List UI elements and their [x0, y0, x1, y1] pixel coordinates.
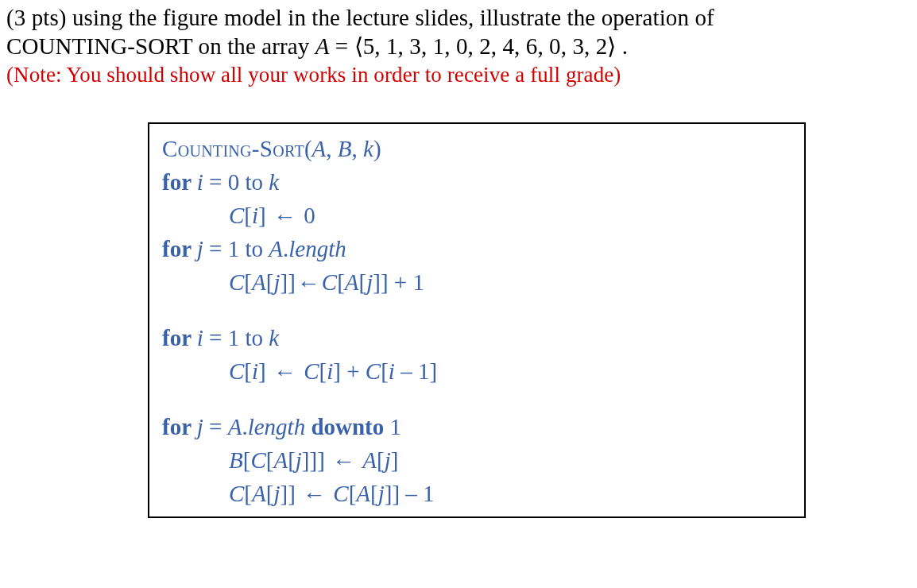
- var-C-6b: C: [304, 358, 319, 384]
- close-9a: ]]: [280, 481, 301, 506]
- var-length-7: length: [248, 414, 306, 439]
- open-4lb: [: [266, 269, 274, 295]
- open-9b: [: [266, 481, 274, 506]
- question-line1: (3 pts) using the figure model in the le…: [6, 5, 714, 30]
- page-root: (3 pts) using the figure model in the le…: [0, 0, 917, 524]
- algo-sep1: ,: [326, 136, 338, 161]
- var-A-9a: A: [252, 481, 266, 506]
- question-line2-prefix: COUNTING-SORT on the array: [6, 33, 315, 59]
- arrow-icon: ←: [272, 199, 298, 233]
- var-j-8b: j: [385, 447, 391, 473]
- var-C-9b: C: [333, 481, 348, 506]
- algo-title-close: ): [373, 136, 381, 161]
- var-j-7: j: [197, 414, 203, 439]
- one-7: 1: [384, 414, 401, 439]
- bracket-open-2: [: [244, 203, 252, 228]
- open-8d: [: [377, 447, 385, 473]
- text-eq1to: = 1 to: [203, 236, 269, 261]
- var-C-4r: C: [322, 269, 337, 295]
- var-C-8: C: [250, 447, 265, 473]
- note-close-paren: ): [613, 63, 621, 87]
- kw-for-1: for: [162, 169, 197, 195]
- kw-for-4: for: [162, 414, 197, 439]
- close-8b: ]: [391, 447, 399, 473]
- algo-line-3: for j = 1 to A.length: [162, 232, 791, 265]
- note-open-paren: (: [6, 63, 14, 87]
- close-6a: ]: [258, 358, 272, 384]
- close-9b: ]] – 1: [385, 481, 435, 506]
- algo-arg-A: A: [312, 136, 327, 161]
- var-j-9b: j: [378, 481, 385, 506]
- open-6a: [: [244, 358, 252, 384]
- var-k-1: k: [269, 169, 279, 195]
- var-A-9b: A: [356, 481, 370, 506]
- var-i-6c: i: [389, 358, 395, 384]
- algorithm-box: Counting-Sort(A, B, k) for i = 0 to k C[…: [148, 122, 806, 518]
- algo-line-8: B[C[A[j]]] ← A[j]: [162, 443, 791, 477]
- dot-7: .: [242, 414, 247, 439]
- close-6b: ] +: [333, 358, 366, 384]
- open-8a: [: [243, 447, 251, 473]
- algo-line-9: C[A[j]] ← C[A[j]] – 1: [162, 477, 791, 510]
- open-4l: [: [244, 269, 252, 295]
- note-text: (Note: You should show all your works in…: [6, 63, 911, 87]
- var-C-9a: C: [229, 481, 244, 506]
- algo-sep2: ,: [352, 136, 364, 161]
- var-C-2: C: [229, 203, 244, 228]
- question-text: (3 pts) using the figure model in the le…: [6, 3, 911, 61]
- open-6c: [: [381, 358, 389, 384]
- gap-1: [162, 299, 791, 321]
- var-k-5: k: [269, 325, 279, 350]
- var-A-8b: A: [362, 447, 377, 473]
- algo-line-2: C[i] ← 0: [162, 199, 791, 232]
- open-4rb: [: [359, 269, 367, 295]
- open-6b: [: [319, 358, 327, 384]
- var-i-2: i: [252, 203, 258, 228]
- note-body: Note: You should show all your works in …: [14, 63, 613, 87]
- arrow-icon: ←: [331, 444, 357, 478]
- bracket-close-2: ]: [258, 203, 272, 228]
- question-array-var: A: [315, 33, 330, 59]
- open-9d: [: [370, 481, 378, 506]
- minus1-6: – 1]: [395, 358, 437, 384]
- var-A-4r: A: [345, 269, 359, 295]
- var-j-3: j: [197, 236, 203, 261]
- var-length-3: length: [288, 236, 346, 261]
- open-9c: [: [349, 481, 357, 506]
- var-i-5: i: [197, 325, 203, 350]
- arrow-icon: ←: [301, 478, 327, 511]
- close-8: ]]]: [302, 447, 331, 473]
- arrow-icon: ←: [296, 266, 322, 300]
- algo-arg-B: B: [338, 136, 352, 161]
- algo-line-4: C[A[j]] ← C[A[j]] + 1: [162, 265, 791, 299]
- var-j-8: j: [296, 447, 302, 473]
- var-C-6a: C: [229, 358, 244, 384]
- arrow-icon: ←: [272, 355, 298, 389]
- var-A-3: A: [269, 236, 283, 261]
- algo-arg-k: k: [363, 136, 373, 161]
- kw-downto: downto: [311, 414, 384, 439]
- var-A-8: A: [273, 447, 288, 473]
- gap-2: [162, 388, 791, 410]
- zero-2: 0: [298, 203, 315, 228]
- kw-for-2: for: [162, 236, 197, 261]
- var-C-6c: C: [366, 358, 381, 384]
- algo-title-open: (: [304, 136, 312, 161]
- open-9a: [: [244, 481, 252, 506]
- algo-title: Counting-Sort(A, B, k): [162, 132, 791, 165]
- var-B-8: B: [229, 447, 243, 473]
- algo-line-6: C[i] ← C[i] + C[i – 1]: [162, 354, 791, 388]
- algo-line-5: for i = 1 to k: [162, 321, 791, 354]
- close-4r: ]] + 1: [373, 269, 424, 295]
- kw-for-3: for: [162, 325, 197, 350]
- text-eq0tok: = 0 to: [203, 169, 269, 195]
- algo-title-name: Counting-Sort: [162, 136, 304, 161]
- close-4l: ]]: [280, 269, 295, 295]
- question-array-values: = ⟨5, 1, 3, 1, 0, 2, 4, 6, 0, 3, 2⟩ .: [329, 33, 628, 59]
- var-C-4l: C: [229, 269, 244, 295]
- algo-line-7: for j = A.length downto 1: [162, 410, 791, 443]
- open-8b: [: [266, 447, 274, 473]
- text-eq1tok: = 1 to: [203, 325, 269, 350]
- var-A-4l: A: [252, 269, 266, 295]
- eq-7: =: [203, 414, 228, 439]
